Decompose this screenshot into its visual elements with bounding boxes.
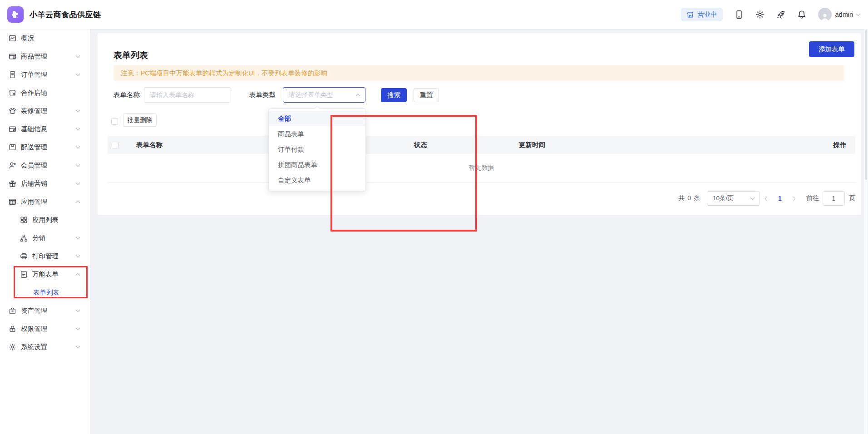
select-all-checkbox[interactable]	[111, 118, 118, 125]
column-update-time: 更新时间	[519, 141, 814, 149]
lock-icon	[9, 325, 16, 333]
gear-icon[interactable]	[755, 10, 764, 19]
sidebar-item-label: 概况	[21, 34, 34, 43]
chevron-up-icon	[356, 94, 360, 98]
dropdown-option-goods-form[interactable]: 商品表单	[269, 126, 365, 142]
sidebar-item-permission-mgmt[interactable]: 权限管理	[0, 320, 90, 338]
goto-label: 前往	[806, 194, 819, 202]
add-form-button[interactable]: 添加表单	[809, 41, 854, 57]
info-card-icon	[9, 125, 16, 133]
sidebar-item-label: 配送管理	[21, 143, 47, 152]
header-checkbox[interactable]	[112, 142, 118, 148]
sidebar-nav: 概况 商品管理 订单管理 合作店铺 装修管理 基础信息 配送管理	[0, 29, 91, 434]
puzzle-logo-icon	[7, 6, 24, 23]
page-size-select[interactable]: 10条/页	[707, 191, 760, 206]
dropdown-option-groupbuy-form[interactable]: 拼团商品表单	[269, 157, 365, 173]
chevron-left-icon	[764, 196, 769, 201]
form-type-placeholder: 请选择表单类型	[289, 91, 333, 99]
decoration-icon	[9, 107, 16, 115]
sidebar-item-partner-stores[interactable]: 合作店铺	[0, 84, 90, 102]
chevron-down-icon	[76, 54, 80, 58]
sidebar-item-label: 权限管理	[21, 325, 47, 333]
rocket-icon[interactable]	[776, 10, 785, 19]
chevron-up-icon	[76, 200, 80, 205]
printer-icon	[20, 252, 28, 260]
top-header: 小羊云商食品供应链 营业中	[0, 0, 868, 29]
sidebar-item-print-mgmt[interactable]: 打印管理	[0, 247, 90, 265]
form-name-input[interactable]	[144, 87, 231, 103]
chevron-down-icon	[76, 181, 80, 185]
empty-text: 暂无数据	[469, 164, 494, 172]
chevron-down-icon	[76, 144, 80, 149]
sidebar-item-system-settings[interactable]: 系统设置	[0, 338, 90, 356]
sidebar-item-decoration-mgmt[interactable]: 装修管理	[0, 102, 90, 120]
reset-button[interactable]: 重置	[414, 88, 439, 102]
member-icon	[9, 162, 16, 169]
form-doc-icon	[20, 271, 28, 278]
storefront-icon	[686, 11, 694, 19]
next-page-button[interactable]	[786, 191, 800, 206]
user-menu[interactable]: admin	[818, 8, 860, 21]
sidebar-item-app-mgmt[interactable]: 应用管理	[0, 192, 90, 211]
avatar	[818, 8, 832, 21]
sidebar-item-label: 表单列表	[33, 288, 59, 297]
dropdown-option-order-payment[interactable]: 订单付款	[269, 142, 365, 157]
sidebar-item-universal-form[interactable]: 万能表单	[0, 265, 90, 283]
app-window: 小羊云商食品供应链 营业中	[0, 0, 868, 434]
shop-status-badge[interactable]: 营业中	[681, 8, 723, 21]
distribution-tree-icon	[20, 234, 28, 242]
mobile-preview-icon[interactable]	[735, 10, 744, 19]
partner-store-icon	[9, 89, 16, 97]
gift-icon	[9, 180, 16, 187]
goto-page-input[interactable]	[823, 191, 845, 206]
header-actions: 营业中 admin	[681, 8, 868, 21]
sidebar-item-member-mgmt[interactable]: 会员管理	[0, 156, 90, 174]
current-page-number[interactable]: 1	[774, 195, 786, 202]
chart-icon	[9, 35, 16, 42]
sidebar-item-form-list[interactable]: 表单列表	[0, 283, 90, 301]
sidebar-item-overview[interactable]: 概况	[0, 29, 90, 47]
form-type-select[interactable]: 请选择表单类型	[283, 87, 365, 103]
brand: 小羊云商食品供应链	[0, 6, 101, 23]
sidebar-item-distribution[interactable]: 分销	[0, 229, 90, 247]
sidebar-item-shop-marketing[interactable]: 店铺营销	[0, 174, 90, 192]
column-status: 状态	[414, 141, 519, 149]
sidebar-item-goods-mgmt[interactable]: 商品管理	[0, 47, 90, 65]
content-card: 表单列表 添加表单 注意：PC端项目中万能表单的样式为定制化UI，不受到表单装修…	[98, 33, 861, 215]
goods-icon	[9, 53, 16, 60]
chevron-right-icon	[791, 196, 795, 201]
bulk-delete-button[interactable]: 批量删除	[123, 113, 157, 127]
sidebar-item-label: 万能表单	[32, 270, 59, 279]
sidebar-item-label: 系统设置	[21, 343, 47, 351]
chevron-down-icon	[76, 326, 80, 330]
chevron-down-icon	[76, 126, 80, 131]
sidebar-item-app-list[interactable]: 应用列表	[0, 211, 90, 229]
chevron-down-icon	[76, 308, 80, 312]
sidebar-item-label: 店铺营销	[21, 179, 47, 188]
brand-title: 小羊云商食品供应链	[30, 10, 101, 20]
sidebar-item-delivery-mgmt[interactable]: 配送管理	[0, 138, 90, 156]
sidebar-item-order-mgmt[interactable]: 订单管理	[0, 65, 90, 84]
scrollbar[interactable]	[864, 29, 868, 434]
settings-gear-icon	[9, 343, 16, 351]
total-count-label: 共 0 条	[678, 194, 700, 202]
chevron-down-icon	[76, 344, 80, 349]
bell-icon[interactable]	[797, 10, 806, 19]
sidebar-item-basic-info[interactable]: 基础信息	[0, 120, 90, 138]
sidebar-item-label: 商品管理	[21, 52, 47, 61]
scrollbar-thumb[interactable]	[865, 30, 867, 180]
prev-page-button[interactable]	[760, 191, 774, 206]
sidebar-item-label: 资产管理	[21, 306, 47, 315]
sidebar-item-asset-mgmt[interactable]: 资产管理	[0, 301, 90, 320]
chevron-down-icon	[76, 108, 80, 113]
search-button[interactable]: 搜索	[381, 88, 407, 102]
dropdown-option-custom-form[interactable]: 自定义表单	[269, 173, 365, 188]
chevron-up-icon	[76, 273, 80, 277]
sidebar-item-label: 合作店铺	[21, 89, 47, 97]
dropdown-option-all[interactable]: 全部	[269, 111, 365, 126]
page-unit-label: 页	[849, 194, 855, 202]
sidebar-item-label: 应用管理	[21, 197, 47, 206]
order-icon	[9, 71, 16, 79]
column-actions: 操作	[814, 141, 855, 149]
username-label: admin	[835, 11, 853, 18]
